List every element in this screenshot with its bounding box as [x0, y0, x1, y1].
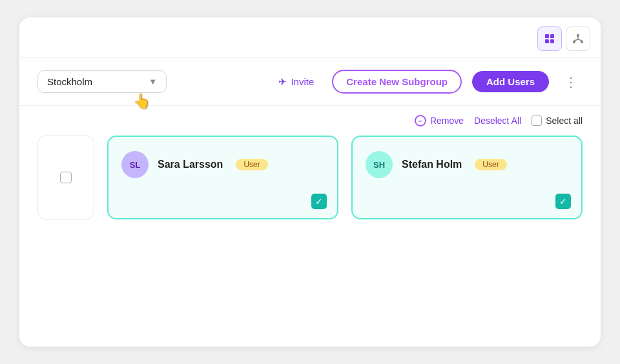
cards-area: SL Sara Larsson User ✓ SH Stefan Holm Us…	[19, 136, 601, 232]
svg-point-6	[581, 41, 583, 43]
svg-point-4	[577, 34, 579, 37]
deselect-all-button[interactable]: Deselect All	[474, 116, 521, 126]
blank-card-checkbox[interactable]	[60, 172, 72, 183]
avatar-sara: SL	[121, 151, 149, 178]
ellipsis-icon: ⋮	[564, 75, 577, 89]
invite-button[interactable]: ✈ Invite	[271, 71, 322, 93]
svg-point-5	[573, 41, 575, 43]
location-dropdown[interactable]: Stockholm ▼	[37, 70, 167, 93]
user-card-sara[interactable]: SL Sara Larsson User ✓	[107, 136, 338, 219]
svg-rect-1	[550, 34, 554, 38]
check-sara[interactable]: ✓	[311, 194, 327, 209]
user-card-stefan-header: SH Stefan Holm User	[366, 151, 568, 178]
svg-line-8	[574, 39, 578, 41]
select-all-checkbox[interactable]	[532, 116, 542, 126]
svg-line-9	[578, 39, 582, 41]
user-name-sara: Sara Larsson	[158, 159, 223, 170]
user-card-stefan[interactable]: SH Stefan Holm User ✓ 👆	[351, 136, 583, 219]
create-subgroup-button[interactable]: Create New Subgroup	[332, 70, 462, 94]
svg-rect-3	[550, 39, 554, 43]
select-all-label: Select all	[546, 116, 583, 126]
avatar-stefan: SH	[366, 151, 393, 178]
location-value: Stockholm	[47, 76, 92, 87]
send-icon: ✈	[278, 76, 287, 88]
user-card-sara-header: SL Sara Larsson User	[121, 151, 324, 178]
more-options-button[interactable]: ⋮	[559, 72, 583, 92]
role-badge-stefan: User	[475, 159, 506, 170]
svg-rect-0	[545, 34, 549, 38]
svg-rect-2	[545, 39, 549, 43]
main-container: Stockholm ▼ ✈ Invite Create New Subgroup…	[0, 0, 620, 364]
create-subgroup-label: Create New Subgroup	[346, 76, 448, 87]
remove-button[interactable]: − Remove	[415, 115, 464, 126]
grid-view-button[interactable]	[537, 26, 562, 51]
remove-icon: −	[415, 115, 426, 126]
main-card: Stockholm ▼ ✈ Invite Create New Subgroup…	[19, 17, 601, 347]
subheader: Stockholm ▼ ✈ Invite Create New Subgroup…	[19, 58, 601, 105]
blank-card	[37, 136, 94, 219]
action-bar: − Remove Deselect All Select all	[19, 106, 601, 136]
user-name-stefan: Stefan Holm	[402, 159, 462, 170]
deselect-all-label: Deselect All	[474, 116, 521, 126]
select-all-container[interactable]: Select all	[532, 116, 583, 126]
role-badge-sara: User	[236, 159, 267, 170]
add-users-button[interactable]: Add Users	[472, 71, 549, 92]
check-stefan[interactable]: ✓	[555, 194, 571, 209]
add-users-label: Add Users	[486, 76, 535, 87]
tree-view-button[interactable]	[566, 26, 590, 51]
chevron-down-icon: ▼	[149, 77, 157, 86]
remove-label: Remove	[430, 116, 464, 126]
top-bar	[19, 17, 601, 58]
invite-label: Invite	[291, 76, 314, 87]
